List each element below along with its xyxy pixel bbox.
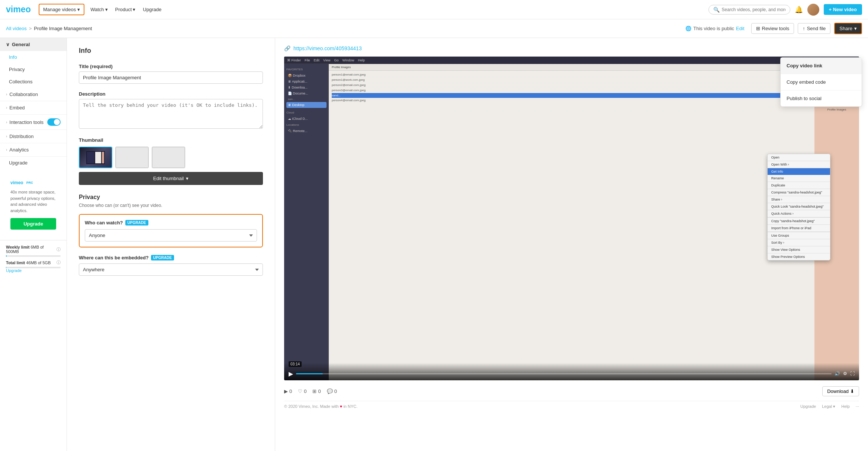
sidebar-item-info[interactable]: Info	[0, 51, 67, 63]
vimeo-logo[interactable]: vimeo	[6, 4, 36, 15]
edit-thumbnail-button[interactable]: Edit thumbnail ▾	[79, 172, 263, 185]
edit-visibility-link[interactable]: Edit	[736, 26, 744, 31]
sidebar-item-analytics[interactable]: › Analytics	[0, 143, 67, 157]
embed-section: Where can this be embedded? UPGRADE Anyw…	[79, 255, 263, 276]
info-icon[interactable]: ⓘ	[57, 247, 61, 252]
globe-icon: 🌐	[685, 26, 691, 31]
description-label: Description	[79, 91, 263, 97]
storage-upgrade-link[interactable]: Upgrade	[6, 268, 22, 273]
bell-icon[interactable]: 🔔	[795, 6, 803, 14]
breadcrumb-current: Profile Image Management	[34, 26, 92, 31]
collections-count: ⊞ 0	[312, 388, 321, 394]
avatar[interactable]	[807, 4, 819, 16]
chevron-down-icon: ▾	[77, 7, 80, 12]
footer-upgrade-link[interactable]: Upgrade	[800, 404, 816, 409]
video-url-bar: 🔗 https://vimeo.com/405934413	[284, 45, 859, 51]
link-icon: 🔗	[284, 45, 290, 51]
sub-nav-actions: 🌐 This video is public Edit ⊞ Review too…	[682, 23, 862, 34]
chevron-right-icon: ›	[6, 120, 7, 124]
video-url-link[interactable]: https://vimeo.com/405934413	[293, 45, 362, 51]
upgrade-nav-item[interactable]: Upgrade	[143, 7, 161, 12]
send-icon: ↑	[803, 26, 805, 31]
watch-nav-item[interactable]: Watch ▾	[90, 7, 107, 12]
copyright: © 2020 Vimeo, Inc. Made with ♥ in NYC.	[284, 404, 357, 409]
play-button[interactable]: ▶	[289, 370, 293, 377]
thumbnail-item-3[interactable]	[152, 147, 185, 168]
copy-video-link-item[interactable]: Copy video link	[781, 58, 862, 74]
search-input[interactable]	[722, 7, 785, 12]
publish-to-social-item[interactable]: Publish to social	[781, 90, 862, 106]
upgrade-badge[interactable]: UPGRADE	[125, 220, 148, 226]
thumbnail-item-2[interactable]	[115, 147, 149, 168]
collections-icon: ⊞	[312, 388, 316, 394]
breadcrumb-separator: >	[29, 26, 32, 31]
who-can-watch-label: Who can watch? UPGRADE	[85, 220, 257, 226]
sidebar-item-privacy[interactable]: Privacy	[0, 63, 67, 76]
thumbnail-label: Thumbnail	[79, 137, 263, 143]
all-videos-link[interactable]: All videos	[6, 26, 27, 31]
title-label: Title (required)	[79, 64, 263, 69]
svg-text:PRO: PRO	[26, 181, 33, 185]
who-can-watch-select[interactable]: Anyone Only me People with password Peop…	[85, 229, 257, 242]
breadcrumb: All videos > Profile Image Management	[6, 26, 682, 31]
total-info-icon[interactable]: ⓘ	[57, 260, 61, 265]
settings-icon[interactable]: ⚙	[843, 371, 847, 376]
heart-icon: ♡	[298, 388, 302, 394]
video-meta-bar: ▶ 0 ♡ 0 ⊞ 0 💬 0 Download ⬇	[284, 386, 859, 396]
footer-more-link[interactable]: ···	[856, 404, 859, 409]
video-area: 🔗 https://vimeo.com/405934413 ⌘ FinderFi…	[275, 38, 868, 451]
privacy-box: Who can watch? UPGRADE Anyone Only me Pe…	[79, 214, 263, 247]
sidebar-item-embed[interactable]: › Embed	[0, 101, 67, 115]
nav-links: Watch ▾ Product ▾ Upgrade	[90, 7, 708, 12]
sidebar-group-general[interactable]: ∨ General	[0, 38, 67, 51]
sidebar-item-collaboration[interactable]: › Collaboration	[0, 88, 67, 101]
interaction-tools-toggle[interactable]	[47, 118, 61, 126]
new-video-button[interactable]: + New video	[824, 4, 862, 15]
description-textarea[interactable]	[79, 99, 263, 129]
thumbnail-grid	[79, 147, 263, 168]
vimeo-pro-logo: vimeo PRO	[10, 179, 56, 186]
fullscreen-icon[interactable]: ⛶	[850, 371, 855, 376]
svg-text:vimeo: vimeo	[10, 180, 23, 185]
sidebar-item-collections[interactable]: Collections	[0, 76, 67, 88]
video-controls: 03:14 ▶ 🔊 ⚙ ⛶	[284, 363, 859, 380]
volume-icon[interactable]: 🔊	[835, 371, 840, 376]
footer-legal-link[interactable]: Legal ▾	[822, 404, 835, 409]
chevron-right-icon: ›	[6, 148, 7, 152]
heart-icon: ♥	[340, 404, 343, 409]
progress-bar[interactable]	[296, 373, 832, 374]
download-icon: ⬇	[850, 388, 854, 394]
total-limit-label: Total limit 46MB of 5GB	[6, 260, 51, 265]
chevron-right-icon: ›	[6, 92, 7, 96]
svg-rect-6	[102, 152, 104, 163]
share-button[interactable]: Share ▾	[834, 23, 862, 34]
review-tools-button[interactable]: ⊞ Review tools	[751, 23, 794, 34]
sidebar-item-upgrade[interactable]: Upgrade	[0, 157, 67, 169]
title-input[interactable]	[79, 71, 263, 84]
product-nav-item[interactable]: Product ▾	[115, 7, 136, 12]
chevron-down-icon: ▾	[854, 26, 857, 31]
embed-upgrade-badge[interactable]: UPGRADE	[151, 255, 174, 260]
send-file-button[interactable]: ↑ Send file	[798, 23, 830, 34]
manage-videos-button[interactable]: Manage videos ▾	[39, 4, 84, 15]
pro-upgrade-button[interactable]: Upgrade	[10, 218, 56, 230]
sidebar: ∨ General Info Privacy Collections › Col…	[0, 38, 67, 451]
svg-rect-5	[95, 152, 101, 163]
search-icon: 🔍	[713, 7, 720, 13]
copy-embed-code-item[interactable]: Copy embed code	[781, 74, 862, 90]
thumbnail-item-1[interactable]	[79, 147, 112, 168]
video-player: ⌘ FinderFileEditViewGoWindowHelp FAVORIT…	[284, 57, 859, 380]
thumbnail-section: Thumbnail	[79, 137, 263, 185]
footer-bar: © 2020 Vimeo, Inc. Made with ♥ in NYC. U…	[284, 401, 859, 412]
chevron-right-icon: ›	[6, 134, 7, 138]
context-menu: Open Open With › Get Info Rename Duplica…	[767, 154, 830, 260]
embed-select[interactable]: Anywhere Nowhere Specific domains	[79, 263, 263, 276]
footer-help-link[interactable]: Help	[841, 404, 850, 409]
sidebar-item-distribution[interactable]: › Distribution	[0, 130, 67, 143]
sub-nav: All videos > Profile Image Management 🌐 …	[0, 19, 868, 38]
chevron-down-icon: ▾	[186, 176, 189, 181]
sidebar-item-interaction-tools[interactable]: › Interaction tools	[0, 115, 67, 130]
footer-links: Upgrade Legal ▾ Help ···	[800, 404, 859, 409]
search-bar[interactable]: 🔍	[708, 5, 790, 15]
download-button[interactable]: Download ⬇	[822, 386, 859, 396]
